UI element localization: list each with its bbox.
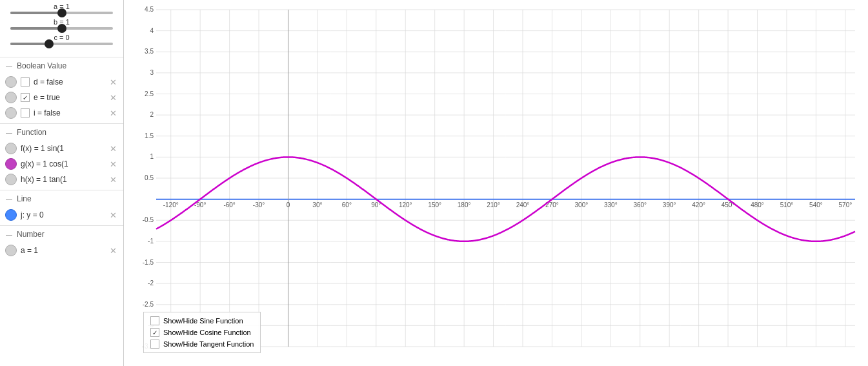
circle-f[interactable] [5, 143, 17, 154]
item-j: j: y = 0 ✕ [0, 207, 123, 223]
circle-a2[interactable] [5, 245, 17, 256]
slider-c-track[interactable] [10, 43, 113, 45]
label-j: j: y = 0 [21, 210, 105, 219]
legend-cosine-label: Show/Hide Cosine Function [163, 329, 251, 336]
function-label: Function [17, 128, 46, 137]
left-panel: a = 1 b = 1 c = 0 Boolean Value [0, 0, 124, 366]
slider-c-label: c = 0 [5, 34, 118, 41]
sliders-section: a = 1 b = 1 c = 0 [0, 0, 123, 54]
item-i: i = false ✕ [0, 105, 123, 121]
circle-d[interactable] [5, 76, 17, 88]
delete-e-icon[interactable]: ✕ [108, 93, 118, 103]
legend-cosine: Show/Hide Cosine Function [150, 328, 254, 337]
graph-canvas[interactable] [124, 0, 868, 366]
label-e: e = true [34, 93, 105, 102]
delete-i-icon[interactable]: ✕ [108, 108, 118, 118]
legend-sine-checkbox[interactable] [150, 316, 159, 325]
label-g: g(x) = 1 cos(1 [21, 159, 105, 168]
section-function[interactable]: Function [0, 123, 123, 141]
circle-g[interactable] [5, 158, 17, 170]
label-i: i = false [34, 108, 105, 117]
collapse-function-icon[interactable] [5, 128, 13, 136]
circle-e[interactable] [5, 92, 17, 103]
slider-a: a = 1 [5, 3, 118, 14]
collapse-line-icon[interactable] [5, 195, 13, 203]
number-label: Number [17, 230, 45, 239]
section-line[interactable]: Line [0, 190, 123, 207]
legend: Show/Hide Sine Function Show/Hide Cosine… [143, 312, 261, 353]
item-e: e = true ✕ [0, 90, 123, 105]
boolean-value-label: Boolean Value [17, 61, 66, 70]
slider-b: b = 1 [5, 18, 118, 30]
legend-sine-label: Show/Hide Sine Function [163, 317, 243, 325]
circle-h[interactable] [5, 174, 17, 185]
checkbox-e[interactable] [21, 93, 30, 102]
slider-c: c = 0 [5, 34, 118, 45]
legend-tangent-label: Show/Hide Tangent Function [163, 340, 254, 348]
label-a2: a = 1 [21, 246, 105, 255]
label-d: d = false [34, 77, 105, 86]
item-d: d = false ✕ [0, 74, 123, 90]
legend-tangent-checkbox[interactable] [150, 340, 159, 349]
graph-area: Show/Hide Sine Function Show/Hide Cosine… [124, 0, 868, 366]
label-f: f(x) = 1 sin(1 [21, 144, 105, 153]
checkbox-i[interactable] [21, 108, 30, 117]
item-a2: a = 1 ✕ [0, 243, 123, 258]
slider-a-track[interactable] [10, 12, 113, 14]
item-h: h(x) = 1 tan(1 ✕ [0, 172, 123, 187]
collapse-number-icon[interactable] [5, 230, 13, 238]
delete-g-icon[interactable]: ✕ [108, 159, 118, 169]
delete-a2-icon[interactable]: ✕ [108, 246, 118, 256]
line-label: Line [17, 194, 32, 203]
legend-tangent: Show/Hide Tangent Function [150, 340, 254, 349]
label-h: h(x) = 1 tan(1 [21, 175, 105, 184]
item-g: g(x) = 1 cos(1 ✕ [0, 156, 123, 172]
delete-j-icon[interactable]: ✕ [108, 210, 118, 220]
circle-i[interactable] [5, 107, 17, 119]
delete-f-icon[interactable]: ✕ [108, 144, 118, 154]
circle-j[interactable] [5, 209, 17, 221]
section-boolean-value[interactable]: Boolean Value [0, 57, 123, 74]
item-f: f(x) = 1 sin(1 ✕ [0, 141, 123, 156]
legend-sine: Show/Hide Sine Function [150, 316, 254, 325]
legend-cosine-checkbox[interactable] [150, 328, 159, 337]
delete-d-icon[interactable]: ✕ [108, 77, 118, 87]
collapse-boolean-icon[interactable] [5, 62, 13, 70]
slider-b-track[interactable] [10, 27, 113, 30]
section-number[interactable]: Number [0, 225, 123, 243]
checkbox-d[interactable] [21, 77, 30, 86]
delete-h-icon[interactable]: ✕ [108, 175, 118, 185]
